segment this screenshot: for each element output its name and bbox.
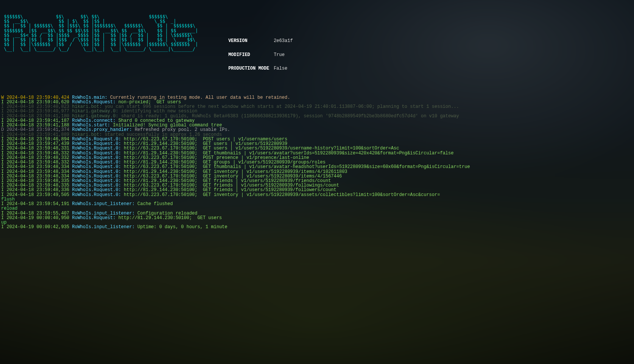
log-timestamp: 2024-04-18 23:59:49,505 bbox=[6, 192, 69, 198]
modified-value: True bbox=[274, 52, 285, 58]
log-level: I bbox=[1, 224, 4, 230]
build-info-table: VERSION2e63a1f MODIFIEDTrue PRODUCTION M… bbox=[228, 30, 293, 80]
log-timestamp: 2024-04-19 00:00:40,950 bbox=[6, 215, 69, 221]
log-timestamp: 2024-04-18 23:59:41,889 bbox=[6, 132, 69, 137]
log-logger: RoWhoIs.Roquest.0: bbox=[72, 192, 121, 198]
log-timestamp: 2024-04-19 00:00:42,935 bbox=[6, 224, 69, 230]
log-logger: RoWhoIs.input_listener: bbox=[72, 201, 135, 207]
ascii-banner: $$$$$$\ $$\ $$\ $$\ $$$$$$\ $$ __$$\ $$ … bbox=[1, 14, 198, 51]
log-message: Cache flushed bbox=[137, 201, 173, 207]
log-line: I 2024-04-18 23:59:40,977 hikari.gateway… bbox=[1, 109, 633, 114]
version-label: VERSION bbox=[228, 39, 274, 44]
log-line: I 2024-04-18 23:59:54,191 RoWhoIs.input_… bbox=[1, 202, 633, 206]
log-logger: hikari.gateway.0: bbox=[72, 114, 118, 119]
production-mode-value: False bbox=[274, 66, 287, 71]
modified-label: MODIFIED bbox=[228, 53, 274, 58]
log-message: started successfully in approx 1.26 seco… bbox=[105, 132, 222, 137]
log-line: I 2024-04-18 23:59:49,505 RoWhoIs.Roques… bbox=[1, 193, 633, 197]
log-level: I bbox=[1, 132, 4, 137]
log-message: http://81.29.144.230:50100; GET users bbox=[118, 215, 222, 221]
log-line: I 2024-04-19 00:00:40,950 RoWhoIs.Roques… bbox=[1, 216, 633, 220]
log-logger: RoWhoIs.Roquest: bbox=[72, 215, 115, 221]
log-timestamp: 2024-04-18 23:59:41,180 bbox=[6, 114, 69, 119]
version-value: 2e63a1f bbox=[274, 38, 293, 44]
production-mode-label: PRODUCTION MODE bbox=[228, 66, 274, 71]
log-output: W 2024-04-18 23:59:40,424 RoWhoIs.main: … bbox=[1, 95, 633, 230]
log-line: D 2024-04-18 23:59:41,374 RoWhoIs.proxy_… bbox=[1, 128, 633, 132]
log-logger: RoWhoIs.input_listener: bbox=[72, 224, 135, 230]
log-logger: hikari.bot: bbox=[72, 132, 102, 137]
log-level: I bbox=[1, 114, 4, 119]
log-message: Uptime: 0 days, 0 hours, 1 minute bbox=[137, 224, 227, 230]
log-line: I 2024-04-19 00:00:42,935 RoWhoIs.input_… bbox=[1, 225, 633, 229]
ascii-banner-block: $$$$$$\ $$\ $$\ $$\ $$$$$$\ $$ __$$\ $$ … bbox=[1, 14, 633, 80]
terminal-window[interactable]: $$$$$$\ $$\ $$\ $$\ $$$$$$\ $$ __$$\ $$ … bbox=[0, 0, 634, 240]
log-line: I 2024-04-18 23:59:41,180 hikari.gateway… bbox=[1, 114, 633, 118]
log-message: shard is ready: 1 guilds, RoWhoIs Beta#6… bbox=[121, 114, 459, 119]
log-line: I 2024-04-18 23:59:41,889 hikari.bot: st… bbox=[1, 132, 633, 137]
log-message: http://63.223.67.170:50100; GET inventor… bbox=[124, 192, 440, 198]
